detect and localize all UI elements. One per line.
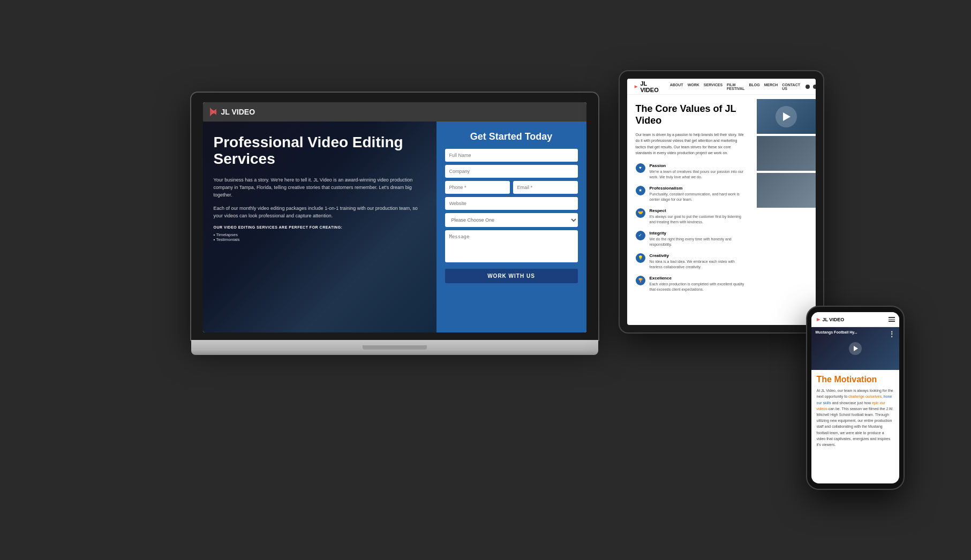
value-integrity: ✓ Integrity We do the right thing every … <box>636 231 748 248</box>
excellence-desc: Each video production is completed with … <box>650 282 748 293</box>
tablet-image-3 <box>757 173 816 208</box>
laptop-logo: JL VIDEO <box>209 108 255 116</box>
phone-logo-icon <box>816 317 821 322</box>
laptop-content: Professional Video Editing Services Your… <box>203 122 586 332</box>
respect-text: Respect It's always our goal to put the … <box>650 208 748 225</box>
tablet-nav-work[interactable]: WORK <box>688 83 699 90</box>
laptop-list-item: Timelapses <box>214 232 426 237</box>
phone-video-thumbnail[interactable]: Mustangs Football Hy... ⋮ <box>811 327 899 370</box>
tablet-nav-social-icons <box>806 85 815 89</box>
laptop-text-content: Professional Video Editing Services Your… <box>214 134 426 242</box>
laptop-left-panel: Professional Video Editing Services Your… <box>203 122 436 332</box>
svg-marker-3 <box>816 317 820 321</box>
excellence-text: Excellence Each video production is comp… <box>650 276 748 293</box>
phone-video-title: Mustangs Football Hy... <box>816 330 857 334</box>
hamburger-line-2 <box>889 319 895 320</box>
laptop-form-panel: Get Started Today Please Choose One <box>436 122 586 332</box>
package-select[interactable]: Please Choose One <box>445 213 578 227</box>
message-textarea[interactable] <box>445 230 578 262</box>
value-passion: ♥ Passion We're a team of creatives that… <box>636 163 748 180</box>
tablet-bezel: JL VIDEO ABOUT WORK SERVICES FILM FESTIV… <box>620 71 823 332</box>
laptop-heading: Professional Video Editing Services <box>214 134 426 168</box>
phone-screen: JL VIDEO Mustangs Football Hy... ⋮ <box>811 312 899 483</box>
tablet-nav-festival[interactable]: FILM FESTIVAL <box>727 83 744 90</box>
professionalism-desc: Punctuality, constant communication, and… <box>650 192 748 203</box>
full-name-input[interactable] <box>445 149 578 162</box>
website-input[interactable] <box>445 197 578 210</box>
creativity-title: Creativity <box>650 253 748 258</box>
phone-bezel: JL VIDEO Mustangs Football Hy... ⋮ <box>807 307 904 489</box>
tablet-nav-contact[interactable]: CONTACT US <box>782 83 800 90</box>
laptop-subtitle: Each of our monthly video editing packag… <box>214 205 426 220</box>
tablet-nav-services[interactable]: SERVICES <box>704 83 722 90</box>
phone-play-button[interactable] <box>849 342 862 355</box>
tablet-nav-links: ABOUT WORK SERVICES FILM FESTIVAL BLOG M… <box>670 83 800 90</box>
tablet-device: JL VIDEO ABOUT WORK SERVICES FILM FESTIV… <box>620 71 823 332</box>
laptop-list-item: Testimonials <box>214 237 426 242</box>
respect-title: Respect <box>650 208 748 213</box>
respect-desc: It's always our goal to put the customer… <box>650 214 748 225</box>
excellence-icon: 🏆 <box>636 276 645 285</box>
respect-icon: 🤝 <box>636 208 645 218</box>
email-input[interactable] <box>513 181 578 194</box>
phone-nav: JL VIDEO <box>811 312 899 327</box>
professionalism-icon: ★ <box>636 186 645 195</box>
value-professionalism: ★ Professionalism Punctuality, constant … <box>636 186 748 203</box>
scene: JL VIDEO Professional Video Editing Serv… <box>164 60 807 500</box>
value-respect: 🤝 Respect It's always our goal to put th… <box>636 208 748 225</box>
phone-blog-title: The Motivation <box>817 374 894 384</box>
tablet-main-content: The Core Values of JL Video Our team is … <box>627 95 757 325</box>
tablet-nav-merch[interactable]: MERCH <box>764 83 778 90</box>
tablet-body: The Core Values of JL Video Our team is … <box>627 95 816 325</box>
tablet-nav-blog[interactable]: BLOG <box>749 83 759 90</box>
company-input[interactable] <box>445 165 578 178</box>
tablet-logo-text: JL VIDEO <box>640 80 660 93</box>
tablet-section-title: The Core Values of JL Video <box>636 103 748 126</box>
phone-blog-text: At JL Video, our team is always looking … <box>817 388 894 448</box>
phone-input[interactable] <box>445 181 510 194</box>
phone-blog-section: The Motivation At JL Video, our team is … <box>811 374 899 448</box>
excellence-title: Excellence <box>650 276 748 281</box>
phone-device: JL VIDEO Mustangs Football Hy... ⋮ <box>807 307 904 489</box>
svg-marker-2 <box>634 85 637 88</box>
hamburger-line-1 <box>889 317 895 318</box>
tablet-screen: JL VIDEO ABOUT WORK SERVICES FILM FESTIV… <box>627 79 816 325</box>
social-icon-in[interactable] <box>813 85 815 89</box>
phone-logo-text: JL VIDEO <box>823 317 845 322</box>
tablet-logo-icon <box>634 84 638 90</box>
laptop-topbar: JL VIDEO <box>203 102 586 122</box>
passion-icon: ♥ <box>636 163 645 173</box>
creativity-icon: 💡 <box>636 253 645 263</box>
blog-highlight-challenge: challenge ourselves <box>848 395 882 398</box>
value-excellence: 🏆 Excellence Each video production is co… <box>636 276 748 293</box>
tablet-image-1 <box>757 99 816 134</box>
phone-email-row <box>445 181 578 194</box>
jl-video-logo-icon <box>209 108 218 116</box>
laptop-logo-text: JL VIDEO <box>221 108 255 116</box>
laptop-base <box>191 340 598 350</box>
laptop-device: JL VIDEO Professional Video Editing Serv… <box>191 93 598 355</box>
tablet-nav: JL VIDEO ABOUT WORK SERVICES FILM FESTIV… <box>627 79 816 95</box>
professionalism-title: Professionalism <box>650 186 748 191</box>
tablet-logo: JL VIDEO <box>634 80 660 93</box>
form-title: Get Started Today <box>445 131 578 142</box>
integrity-title: Integrity <box>650 231 748 236</box>
tablet-image-2 <box>757 136 816 171</box>
social-icon-f[interactable] <box>806 85 810 89</box>
tablet-intro: Our team is driven by a passion to help … <box>636 132 748 156</box>
phone-logo: JL VIDEO <box>816 317 845 322</box>
laptop-services-title: OUR VIDEO EDITING SERVICES ARE PERFECT F… <box>214 225 426 229</box>
laptop-bezel: JL VIDEO Professional Video Editing Serv… <box>191 93 598 340</box>
phone-hamburger-icon[interactable] <box>889 317 895 322</box>
integrity-icon: ✓ <box>636 231 645 240</box>
submit-button[interactable]: WORK WITH US <box>445 269 578 283</box>
hamburger-line-3 <box>889 321 895 322</box>
laptop-services-list: Timelapses Testimonials <box>214 232 426 242</box>
value-creativity: 💡 Creativity No idea is a bad idea. We e… <box>636 253 748 270</box>
integrity-desc: We do the right thing every time with ho… <box>650 237 748 248</box>
tablet-nav-about[interactable]: ABOUT <box>670 83 683 90</box>
passion-desc: We're a team of creatives that pours our… <box>650 169 748 180</box>
integrity-text: Integrity We do the right thing every ti… <box>650 231 748 248</box>
phone-video-options-icon[interactable]: ⋮ <box>889 330 895 338</box>
professionalism-text: Professionalism Punctuality, constant co… <box>650 186 748 203</box>
